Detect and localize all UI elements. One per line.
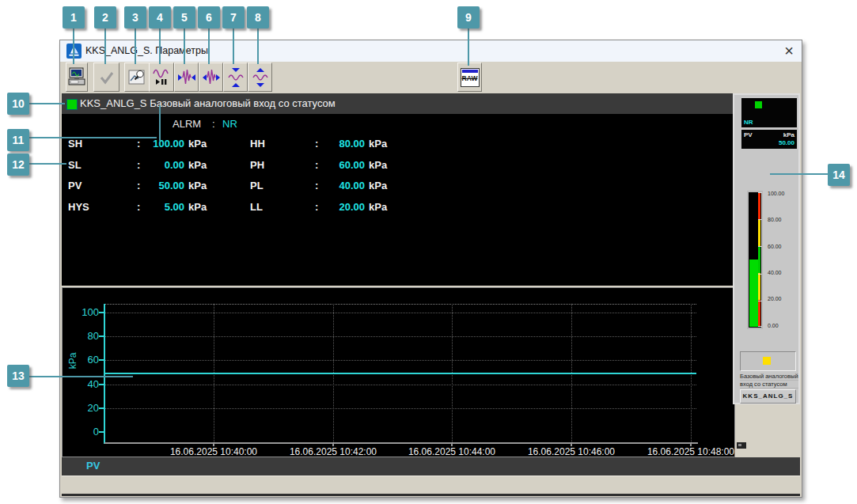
param-pl-label: PL [250, 180, 264, 191]
param-sh-label: SH [68, 138, 82, 150]
monitor-printer-icon [68, 67, 85, 88]
timestamp-label-2: 16.06.2025 10:42:00 [282, 446, 385, 457]
grid-line-20 [104, 408, 696, 409]
param-pv-value: 50.00 [139, 180, 184, 191]
toolbar: RAW [60, 62, 802, 93]
gauge-tick [758, 326, 762, 327]
param-ph-label: PH [250, 159, 264, 171]
grid-line-60 [104, 360, 696, 361]
gauge-tick [758, 246, 762, 247]
annotation-line-11 [29, 137, 157, 138]
param-sl-value: 0.00 [139, 159, 184, 171]
gauge-tick [758, 301, 762, 301]
annotation-badge-3: 3 [124, 6, 146, 28]
grid-line-top [104, 304, 696, 305]
trend-pause-button[interactable] [149, 63, 174, 92]
status-bar [62, 476, 800, 495]
timestamp-label-1: 16.06.2025 10:40:00 [162, 446, 265, 457]
status-indicator [66, 99, 78, 110]
annotation-badge-7: 7 [222, 6, 245, 28]
param-pl-unit: kPa [369, 180, 387, 191]
gauge-tick [758, 274, 762, 275]
annotation-badge-2: 2 [94, 6, 116, 28]
trend-chart-panel: 100 80 60 40 20 0 kPa 16.06.2025 10:40:0… [62, 287, 735, 457]
annotation-line-6 [208, 28, 210, 64]
pv-preview-value: 50.00 [779, 139, 794, 146]
alarm-value: NR [222, 118, 237, 130]
chart-image-icon [127, 68, 146, 87]
pv-legend-label: PV [86, 460, 100, 472]
y-tick [99, 407, 104, 409]
raw-label: RAW [461, 74, 479, 82]
y-tick [99, 359, 104, 361]
timestamp-label-5: 16.06.2025 10:48:00 [639, 446, 735, 457]
gauge-scale-40: 40.00 [768, 270, 799, 275]
param-row-3: PV : 50.00 kPa PL : 40.00 kPa [62, 180, 505, 194]
status-text: NR [744, 119, 753, 126]
param-row-4: HYS : 5.00 kPa LL : 20.00 kPa [62, 201, 505, 215]
annotation-line-12 [29, 163, 66, 165]
title-bar[interactable]: KKS_ANLG_S. Параметры × [60, 40, 802, 63]
param-sl-unit: kPa [188, 159, 207, 171]
y-tick-label-0: 0 [70, 426, 99, 438]
param-hys-value: 5.00 [139, 201, 184, 213]
gauge-scale-80: 80.00 [768, 217, 799, 222]
annotation-line-7 [233, 28, 234, 64]
faceplate-window: KKS_ANLG_S. Параметры × [59, 40, 802, 498]
annotation-line-8 [257, 28, 259, 64]
annotation-line-13 [29, 376, 133, 377]
screenshot-button[interactable] [66, 63, 88, 92]
annotation-line-4b [159, 105, 161, 141]
param-hys-unit: kPa [188, 201, 207, 213]
param-pl-value: 40.00 [317, 180, 365, 191]
annotation-badge-10: 10 [7, 93, 29, 115]
faceplate-preview-panel: NR PV kPa 50.00 [733, 93, 800, 404]
alarm-colon: : [212, 118, 215, 130]
annotation-line-9 [468, 28, 469, 66]
param-pv-unit: kPa [188, 180, 207, 191]
wave-pause-icon [152, 67, 171, 88]
annotation-badge-1: 1 [63, 6, 85, 28]
annotation-line-4 [159, 28, 161, 64]
pv-preview-label: PV [744, 131, 753, 138]
param-hh-label: HH [250, 138, 265, 150]
wave-arrows-in-icon [177, 67, 196, 88]
y-tick-label-40: 40 [70, 378, 99, 390]
gauge-scale-100: 100.00 [768, 191, 799, 196]
description-line-2: вход со статусом [740, 381, 798, 388]
y-tick [99, 384, 104, 385]
close-button[interactable]: × [784, 41, 794, 61]
accept-button[interactable] [93, 63, 119, 92]
tag-header: KKS_ANLG_S Базовый аналоговый вход со ст… [62, 93, 733, 114]
zone-normal [758, 247, 760, 274]
param-ll-label: LL [250, 201, 263, 213]
trend-compress-x-button[interactable] [174, 63, 199, 92]
trend-legend-bar: PV [62, 457, 800, 476]
param-ph-value: 60.00 [317, 159, 365, 171]
y-tick-label-100: 100 [70, 306, 99, 318]
annotation-badge-4: 4 [149, 6, 171, 28]
y-tick [99, 312, 104, 313]
param-row-2: SL : 0.00 kPa PH : 60.00 kPa [62, 159, 505, 173]
raw-button[interactable]: RAW [457, 63, 482, 92]
gauge-scale-0: 0.00 [768, 323, 799, 328]
zone-low [758, 273, 760, 300]
trend-compress-y-button[interactable] [223, 63, 248, 92]
timestamp-label-4: 16.06.2025 10:46:00 [520, 446, 623, 457]
param-sl-label: SL [68, 159, 82, 171]
param-hh-unit: kPa [369, 138, 387, 150]
trend-expand-y-button[interactable] [248, 63, 272, 92]
gauge-scale-20: 20.00 [768, 296, 799, 301]
annotation-line-2 [104, 28, 106, 64]
trend-expand-x-button[interactable] [199, 63, 223, 92]
alarm-row: ALRM : NR [173, 118, 201, 131]
zone-high [758, 220, 760, 247]
trend-image-button[interactable] [124, 63, 150, 92]
param-hh-value: 80.00 [317, 138, 365, 150]
zone-low-low [758, 300, 760, 327]
param-ll-value: 20.00 [317, 201, 365, 213]
wave-arrows-vertical-in-icon [226, 67, 245, 88]
annotation-badge-9: 9 [457, 6, 480, 28]
scroll-marker [737, 442, 746, 449]
gauge-scale-60: 60.00 [768, 244, 799, 249]
